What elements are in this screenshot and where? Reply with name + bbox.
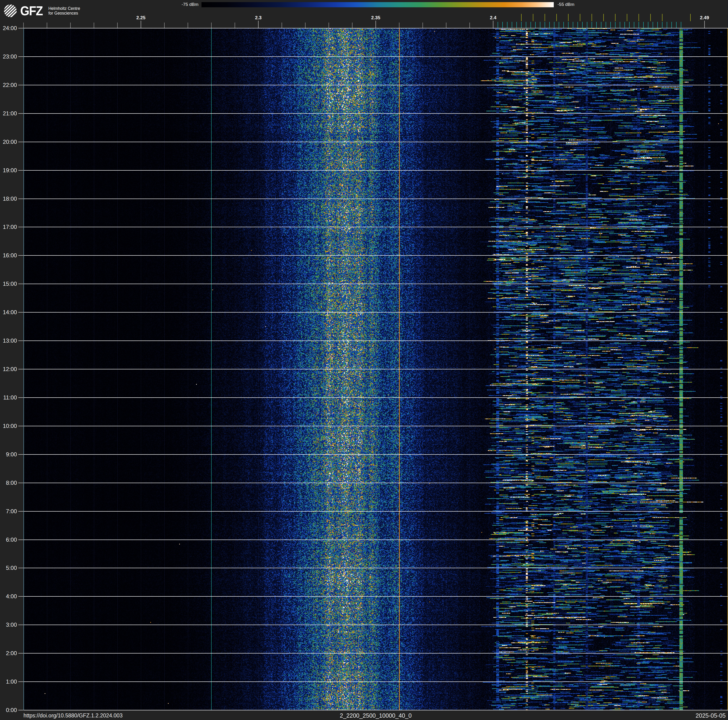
ble-channel-tick [582, 22, 583, 28]
wifi-channel-tick [650, 14, 651, 21]
hour-gridline [23, 511, 728, 512]
freq-tick-label: 2.35 [359, 15, 392, 20]
ble-channel-tick [596, 22, 597, 28]
hour-tick-dash [18, 85, 23, 85]
dataset-id: 2_2200_2500_10000_40_0 [329, 712, 423, 719]
colorbar-gradient [202, 2, 554, 7]
hour-tick-dash [18, 710, 23, 710]
hour-label: 6:00 [0, 536, 17, 543]
hour-tick-dash [18, 653, 23, 654]
ble-channel-tick [554, 22, 554, 28]
hour-tick-dash [18, 426, 23, 426]
wifi-channel-tick [639, 14, 639, 21]
ble-channel-tick [667, 22, 667, 28]
ble-channel-tick [568, 22, 569, 28]
freq-minor-tick [235, 23, 235, 28]
wifi-channel-tick [521, 14, 522, 21]
hour-gridline [23, 710, 728, 710]
ble-channel-tick [676, 22, 677, 28]
hour-gridline [23, 568, 728, 568]
freq-major-tick [493, 21, 493, 28]
freq-minor-tick [164, 23, 165, 28]
freq-minor-tick [117, 23, 118, 28]
hour-tick-dash [18, 397, 23, 398]
freq-tick-label: 2.4 [477, 15, 509, 20]
hour-gridline [23, 227, 728, 227]
ble-channel-tick [606, 22, 606, 28]
wifi-channel-tick [544, 14, 545, 21]
ble-channel-tick [502, 22, 503, 28]
hour-tick-dash [18, 312, 23, 313]
freq-minor-tick [94, 23, 94, 28]
ble-channel-tick [563, 22, 564, 28]
ble-channel-tick [610, 22, 611, 28]
gfz-subtitle-line1: Helmholtz Centre [48, 6, 80, 11]
freq-major-tick [704, 21, 705, 28]
freq-minor-tick [352, 23, 352, 28]
hour-label: 3:00 [0, 622, 17, 628]
ble-channel-tick [516, 22, 517, 28]
hour-tick-dash [18, 369, 23, 369]
hour-tick-dash [18, 568, 23, 568]
freq-minor-tick [329, 23, 329, 28]
hour-tick-dash [18, 142, 23, 142]
ble-channel-tick [535, 22, 536, 28]
hour-tick-dash [18, 596, 23, 597]
hour-gridline [23, 653, 728, 654]
hour-gridline [23, 369, 728, 369]
hour-tick-dash [18, 483, 23, 483]
wifi-channel-tick [603, 14, 604, 21]
hour-gridline [23, 682, 728, 682]
freq-major-tick [258, 21, 258, 28]
hour-gridline [23, 596, 728, 597]
hour-label: 4:00 [0, 593, 17, 600]
wifi-channel-tick [690, 14, 691, 21]
wifi-channel-tick [580, 14, 581, 21]
hour-label: 23:00 [0, 54, 17, 60]
ble-channel-tick [578, 22, 578, 28]
hour-tick-dash [18, 57, 23, 57]
hour-gridline [23, 454, 728, 455]
ble-channel-tick [601, 22, 601, 28]
spectrogram-page: { "header": { "logo": { "acronym": "GFZ"… [0, 0, 728, 720]
hour-label: 18:00 [0, 196, 17, 202]
hour-gridline [23, 85, 728, 85]
hour-label: 17:00 [0, 224, 17, 230]
ble-channel-tick [507, 22, 508, 28]
hour-tick-dash [18, 539, 23, 540]
hour-tick-dash [18, 227, 23, 227]
freq-major-tick [376, 21, 376, 28]
hour-gridline [23, 255, 728, 256]
hour-label: 9:00 [0, 451, 17, 458]
freq-minor-tick [70, 23, 71, 28]
gfz-subtitle: Helmholtz Centre for Geosciences [48, 6, 80, 15]
hour-gridline [23, 170, 728, 171]
hour-label: 11:00 [0, 394, 17, 401]
hour-gridline [23, 142, 728, 142]
freq-minor-tick [211, 23, 212, 28]
ble-channel-tick [624, 22, 625, 28]
ble-channel-tick [657, 22, 658, 28]
hour-tick-dash [18, 340, 23, 341]
ble-channel-tick [498, 22, 498, 28]
ble-channel-tick [559, 22, 559, 28]
hour-label: 22:00 [0, 82, 17, 88]
ble-channel-tick [662, 22, 662, 28]
hour-label: 10:00 [0, 423, 17, 429]
ble-channel-tick [634, 22, 634, 28]
gfz-acronym: GFZ [20, 4, 43, 17]
freq-minor-tick [305, 23, 306, 28]
hour-gridline [23, 483, 728, 483]
doi-link[interactable]: https://doi.org/10.5880/GFZ.1.2.2024.003 [23, 712, 122, 719]
hour-gridline [23, 397, 728, 398]
ble-channel-tick [521, 22, 522, 28]
hour-label: 15:00 [0, 280, 17, 287]
freq-minor-tick [470, 23, 470, 28]
hour-label: 16:00 [0, 252, 17, 259]
hour-label: 13:00 [0, 337, 17, 344]
ble-channel-tick [643, 22, 644, 28]
hour-label: 1:00 [0, 679, 17, 685]
hour-gridline [23, 625, 728, 625]
hour-label: 20:00 [0, 139, 17, 145]
hour-tick-dash [18, 170, 23, 171]
